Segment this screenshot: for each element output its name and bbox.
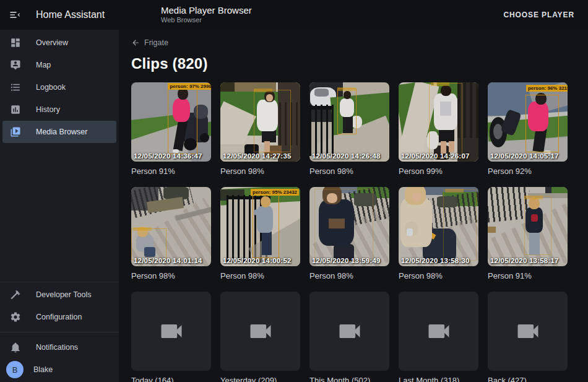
breadcrumb-back[interactable]: Frigate — [131, 38, 168, 47]
sidebar-item-map[interactable]: Map — [2, 54, 116, 76]
detection-bounding-box — [525, 95, 559, 152]
media-grid: person: 97% 2998812/05/2020 14:36:47Pers… — [131, 82, 588, 382]
clip-thumbnail[interactable]: 12/05/2020 13:59:49 — [309, 187, 389, 266]
sidebar-toggle-button[interactable] — [0, 0, 30, 30]
clip-cell: person: 97% 2998812/05/2020 14:36:47Pers… — [131, 82, 211, 176]
clip-thumbnail[interactable]: 12/05/2020 14:01:14 — [131, 187, 211, 266]
clip-label: Person 91% — [488, 271, 568, 280]
page-header-titles: Media Player Browser Web Browser — [161, 4, 252, 24]
detection-tag-faint — [431, 82, 449, 86]
detection-bounding-box — [524, 196, 551, 255]
sidebar-item-developer-tools[interactable]: Developer Tools — [2, 284, 116, 306]
sidebar-divider — [0, 332, 119, 332]
clip-cell: 12/05/2020 14:26:48Person 98% — [309, 82, 389, 176]
detection-bounding-box — [168, 87, 197, 155]
sidebar-item-overview[interactable]: Overview — [2, 32, 116, 54]
clip-cell: person: 95% 2343212/05/2020 14:00:52Pers… — [220, 187, 300, 280]
clip-label: Person 98% — [220, 167, 300, 176]
clip-cell: 12/05/2020 14:27:35Person 98% — [220, 82, 300, 176]
detection-tag-faint — [254, 89, 272, 92]
clip-label: Person 91% — [131, 167, 211, 176]
detection-bounding-box — [443, 189, 477, 261]
sidebar-bottom: Developer ToolsConfiguration Notificatio… — [0, 282, 119, 382]
sidebar-item-label: Developer Tools — [36, 290, 91, 299]
folder-card[interactable] — [220, 292, 300, 371]
header-title: Media Player Browser — [161, 4, 252, 16]
clip-label: Person 98% — [309, 271, 389, 280]
clip-timestamp: 12/05/2020 14:36:47 — [134, 152, 202, 160]
video-icon — [158, 318, 185, 345]
video-icon — [247, 318, 274, 345]
video-icon — [425, 318, 452, 345]
sidebar-item-label: Configuration — [36, 313, 82, 321]
sidebar-item-configuration[interactable]: Configuration — [2, 306, 116, 328]
folder-card[interactable] — [399, 292, 478, 371]
folder-cell: Back (427) — [488, 292, 568, 382]
media-browser-content: Frigate Clips (820) person: 97% 2998812/… — [119, 30, 588, 382]
detection-bounding-box — [131, 228, 166, 260]
clip-timestamp: 12/05/2020 13:58:30 — [401, 257, 470, 264]
folder-card[interactable] — [131, 292, 211, 371]
sidebar: OverviewMapLogbookHistoryMedia Browser D… — [0, 30, 119, 382]
detection-bounding-box — [254, 90, 290, 152]
user-name: Blake — [33, 365, 53, 374]
clip-thumbnail[interactable]: 12/05/2020 14:26:07 — [399, 82, 478, 162]
clip-thumbnail[interactable]: 12/05/2020 13:58:30 — [399, 187, 478, 266]
folder-card[interactable] — [309, 292, 389, 371]
clip-timestamp: 12/05/2020 14:26:48 — [312, 152, 381, 160]
sidebar-item-label: History — [36, 105, 60, 114]
clip-timestamp: 12/05/2020 14:27:35 — [223, 152, 292, 160]
hammer-icon — [10, 289, 21, 300]
media-browser-icon — [10, 126, 21, 137]
folder-label: Today (164) — [131, 376, 211, 382]
breadcrumb-label: Frigate — [144, 38, 168, 47]
sidebar-item-media-browser[interactable]: Media Browser — [2, 121, 116, 143]
detection-bounding-box — [429, 83, 462, 157]
detection-tag: person: 96% 32154 — [526, 85, 568, 92]
bell-icon — [10, 342, 21, 353]
folder-cell: Last Month (318) — [399, 292, 478, 382]
menu-open-icon — [9, 9, 21, 21]
arrow-left-icon — [131, 38, 140, 47]
clip-cell: 12/05/2020 13:58:17Person 91% — [488, 187, 568, 280]
clip-label: Person 98% — [399, 271, 478, 280]
app-name: Home Assistant — [36, 9, 105, 20]
detection-tag-faint — [337, 87, 356, 91]
sidebar-item-history[interactable]: History — [2, 98, 116, 121]
sidebar-item-notifications[interactable]: Notifications — [2, 336, 116, 358]
clip-thumbnail[interactable]: person: 96% 3215412/05/2020 14:05:17 — [488, 82, 568, 162]
clip-thumbnail[interactable]: 12/05/2020 13:58:17 — [488, 187, 568, 266]
clip-timestamp: 12/05/2020 14:00:52 — [223, 257, 292, 264]
sidebar-user[interactable]: B Blake — [2, 358, 116, 381]
clip-cell: person: 96% 3215412/05/2020 14:05:17Pers… — [488, 82, 568, 176]
scene-layer — [314, 89, 329, 97]
clip-label: Person 98% — [309, 167, 389, 176]
clip-timestamp: 12/05/2020 14:01:14 — [134, 257, 202, 264]
scene-layer — [309, 105, 334, 156]
detection-bounding-box — [253, 195, 280, 258]
video-icon — [514, 318, 542, 345]
video-icon — [336, 318, 363, 345]
clip-thumbnail[interactable]: 12/05/2020 14:26:48 — [309, 82, 389, 162]
header-subtitle: Web Browser — [161, 16, 252, 24]
clip-thumbnail[interactable]: 12/05/2020 14:27:35 — [220, 82, 300, 162]
sidebar-item-logbook[interactable]: Logbook — [2, 76, 116, 98]
folder-card[interactable] — [488, 292, 568, 371]
detection-tag-faint — [445, 189, 464, 193]
sidebar-item-label: Map — [36, 61, 51, 69]
sidebar-item-label: Notifications — [36, 343, 78, 352]
clip-cell: 12/05/2020 14:01:14Person 98% — [131, 187, 211, 280]
clip-label: Person 92% — [488, 167, 568, 176]
folder-label: Last Month (318) — [399, 376, 478, 382]
clip-cell: 12/05/2020 13:58:30Person 98% — [399, 187, 478, 280]
folder-label: Back (427) — [488, 376, 568, 382]
detection-tag-faint — [524, 196, 543, 199]
clip-thumbnail[interactable]: person: 97% 2998812/05/2020 14:36:47 — [131, 82, 211, 162]
clip-thumbnail[interactable]: person: 95% 2343212/05/2020 14:00:52 — [220, 187, 300, 266]
clip-timestamp: 12/05/2020 14:05:17 — [490, 152, 559, 160]
detection-tag: person: 97% 29988 — [168, 83, 211, 90]
choose-player-button[interactable]: CHOOSE PLAYER — [498, 6, 579, 24]
detection-tag-faint — [133, 227, 152, 231]
scene-layer — [200, 133, 209, 142]
map-icon — [10, 59, 21, 71]
